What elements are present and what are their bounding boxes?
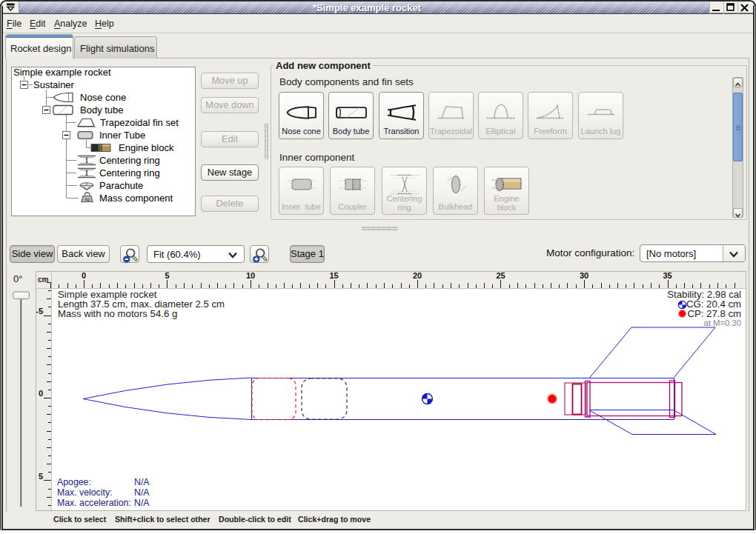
svg-text:Max. velocity:: Max. velocity: — [57, 487, 112, 498]
svg-text:Mass with no motors 54.6 g: Mass with no motors 54.6 g — [58, 308, 177, 319]
svg-text:Apogee:: Apogee: — [57, 477, 91, 487]
svg-text:N/A: N/A — [134, 487, 150, 498]
svg-text:25: 25 — [496, 272, 505, 280]
svg-text:kg: kg — [85, 197, 90, 201]
svg-text:20: 20 — [413, 272, 422, 280]
svg-text:-5: -5 — [36, 307, 43, 316]
svg-text:Max. acceleration:: Max. acceleration: — [57, 498, 131, 508]
svg-text:15: 15 — [329, 272, 338, 280]
svg-text:10: 10 — [246, 272, 255, 280]
svg-text:5: 5 — [39, 472, 43, 481]
svg-text:0: 0 — [39, 389, 43, 398]
svg-text:35: 35 — [663, 272, 672, 280]
svg-text:5: 5 — [165, 272, 169, 280]
svg-text:N/A: N/A — [134, 498, 150, 508]
svg-text:0: 0 — [82, 272, 86, 280]
svg-text:30: 30 — [580, 272, 588, 280]
svg-text:N/A: N/A — [134, 477, 150, 487]
svg-text:at M=0.30: at M=0.30 — [703, 318, 741, 327]
